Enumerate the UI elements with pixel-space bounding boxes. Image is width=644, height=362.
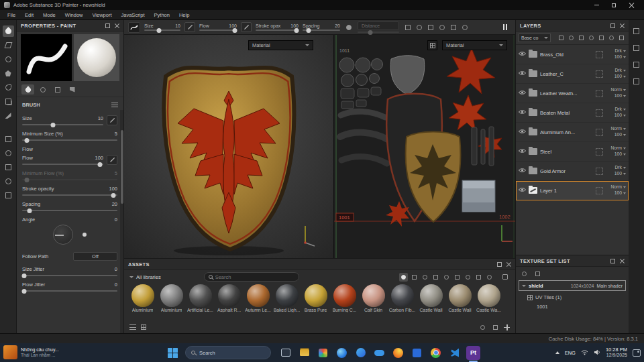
layer-mask-slot[interactable] (596, 168, 603, 175)
properties-scrollbar-thumb[interactable] (121, 130, 123, 204)
channel-dropdown[interactable]: Base co (519, 34, 551, 42)
size-value[interactable]: 10 (98, 115, 103, 121)
volume-icon[interactable] (594, 349, 600, 357)
panel-float-icon[interactable] (610, 23, 615, 28)
toolbar-size-value[interactable]: 10 (175, 23, 180, 28)
flow-value[interactable]: 100 (95, 155, 103, 161)
library-dropdown[interactable]: All libraries (129, 274, 161, 280)
clone-tool[interactable] (3, 96, 14, 107)
notification-icon[interactable] (633, 349, 641, 357)
maximize-button[interactable] (605, 0, 623, 10)
opacity-dropdown[interactable]: 100 (614, 113, 626, 118)
projection-tool[interactable] (3, 54, 14, 65)
filter-smart-masks[interactable] (431, 273, 440, 282)
filter-materials[interactable] (410, 273, 419, 282)
language-indicator[interactable]: ENG (565, 350, 576, 356)
visibility-eye-icon[interactable] (519, 90, 526, 97)
visibility-eye-icon[interactable] (519, 109, 526, 116)
panel-close-icon[interactable] (620, 23, 625, 28)
asset-item[interactable]: Aluminium (158, 284, 185, 322)
section-menu-icon[interactable] (111, 103, 118, 107)
display-settings-icon[interactable] (632, 26, 641, 36)
eraser-tool[interactable] (3, 40, 14, 51)
grid-view-icon[interactable] (141, 324, 146, 330)
spacing-slider[interactable] (22, 210, 117, 211)
asset-item[interactable]: Carbon Fib... (388, 284, 416, 322)
photos[interactable] (316, 346, 330, 360)
layer-thumbnail-icon[interactable] (529, 70, 537, 77)
menu-item[interactable]: File (3, 12, 20, 18)
symmetry-icon[interactable] (437, 23, 447, 32)
opacity-dropdown[interactable]: 100 (614, 152, 626, 157)
minimize-button[interactable] (588, 0, 605, 10)
add-layer-icon[interactable] (607, 34, 616, 42)
generator-tool[interactable] (3, 162, 14, 173)
uv-tiles-row[interactable]: UV Tiles (1) (516, 291, 629, 300)
menu-item[interactable]: JavaScript (117, 12, 150, 18)
angle-value[interactable]: 0 (115, 217, 117, 223)
toolbar-stroke-opacity-slider[interactable] (256, 29, 299, 31)
material-picker-tool[interactable] (3, 110, 14, 121)
opacity-dropdown[interactable]: 100 (614, 133, 626, 137)
shader-settings-icon[interactable] (632, 43, 641, 52)
asset-item[interactable]: Autumn Le... (244, 284, 272, 322)
stroke-opacity-value[interactable]: 100 (109, 186, 117, 192)
filter-all[interactable] (399, 273, 408, 282)
asset-item[interactable]: Calf Skin (360, 284, 387, 322)
blend-mode-dropdown[interactable]: Norm (610, 185, 626, 190)
blend-mode-dropdown[interactable]: Norm (610, 127, 626, 131)
panel-close-icon[interactable] (115, 23, 119, 28)
texture-set-filter-icon[interactable] (533, 269, 541, 278)
panel-float-icon[interactable] (105, 23, 110, 28)
backface-culling-icon[interactable] (460, 23, 470, 32)
angle-knob[interactable] (83, 233, 87, 237)
smudge-tool[interactable] (3, 82, 14, 93)
filter-brushes[interactable] (453, 273, 462, 282)
angle-dial[interactable] (53, 225, 73, 245)
layer-thumbnail-icon[interactable] (529, 148, 537, 155)
file-explorer[interactable] (297, 346, 311, 360)
blend-mode-dropdown[interactable]: Norm (610, 88, 626, 93)
filter-icon[interactable] (557, 34, 566, 42)
asset-item[interactable]: Asphalt R... (215, 284, 243, 322)
texture-set-name[interactable]: shield (529, 283, 543, 289)
asset-item[interactable]: Burning C... (331, 284, 358, 322)
layer-mask-slot[interactable] (596, 70, 603, 78)
onedrive[interactable] (372, 346, 386, 360)
taskbar-search[interactable]: Search (185, 346, 271, 359)
min-size-value[interactable]: 5 (115, 131, 117, 137)
2d-material-dropdown[interactable]: Material (442, 40, 507, 50)
flow-jitter-slider[interactable] (22, 290, 117, 292)
layer-row[interactable]: Layer 1 Norm 100 (516, 181, 629, 200)
menu-item[interactable]: Edit (20, 12, 38, 18)
size-pressure-button[interactable] (184, 22, 195, 32)
menu-item[interactable]: Window (60, 12, 88, 18)
layer-mask-slot[interactable] (596, 109, 603, 117)
opacity-dropdown[interactable]: 100 (614, 55, 626, 60)
alpha-tab[interactable] (36, 84, 49, 95)
layer-thumbnail-icon[interactable] (529, 187, 537, 194)
filter-environments[interactable] (485, 273, 494, 282)
stroke-opacity-slider[interactable] (22, 194, 117, 196)
layer-name[interactable]: Leather Weath... (540, 90, 593, 97)
layer-mask-slot[interactable] (596, 148, 603, 156)
menu-item[interactable]: Viewport (87, 12, 116, 18)
layer-name[interactable]: Aluminium An... (540, 129, 593, 135)
visibility-eye-icon[interactable] (519, 70, 526, 77)
flow-jitter-value[interactable]: 0 (115, 282, 117, 288)
history-icon[interactable] (632, 76, 641, 86)
visibility-eye-icon[interactable] (519, 168, 526, 174)
smart-material-tool[interactable] (3, 147, 14, 159)
asset-item[interactable]: Baked Ligh... (273, 284, 301, 322)
stencil-tab[interactable] (51, 84, 64, 95)
layer-row[interactable]: Leather Weath... Norm 100 (516, 84, 629, 103)
layer-mask-slot[interactable] (596, 90, 603, 97)
filter-textures[interactable] (474, 273, 483, 282)
start-button[interactable] (168, 348, 178, 358)
flow-slider[interactable] (22, 164, 103, 165)
flow-pressure-button[interactable] (241, 22, 252, 32)
uv-grid-button[interactable] (427, 40, 437, 50)
layer-mask-slot[interactable] (596, 51, 603, 58)
layer-thumbnail-icon[interactable] (529, 51, 537, 58)
edge[interactable] (335, 346, 349, 360)
